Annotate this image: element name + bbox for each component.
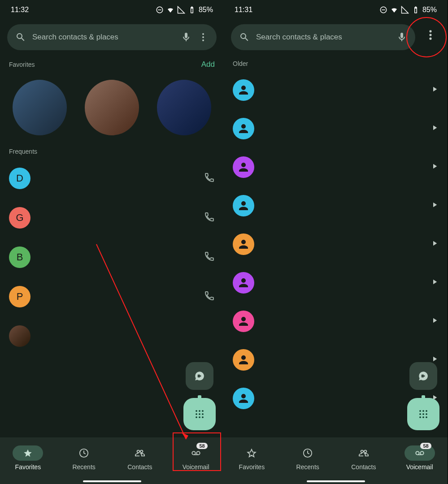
svg-point-2 bbox=[202, 39, 204, 41]
contact-avatar: B bbox=[9, 246, 30, 268]
star-outline-icon bbox=[247, 448, 257, 458]
battery-percent: 85% bbox=[422, 6, 437, 14]
contact-avatar bbox=[233, 118, 254, 139]
nav-recents[interactable]: Recents bbox=[292, 445, 323, 471]
nav-label: Recents bbox=[72, 463, 95, 471]
play-button[interactable] bbox=[431, 239, 439, 249]
contact-avatar bbox=[233, 79, 254, 101]
signal-icon bbox=[401, 6, 409, 14]
battery-percent: 85% bbox=[199, 6, 213, 14]
voicemail-row[interactable] bbox=[233, 148, 439, 186]
svg-point-23 bbox=[419, 416, 421, 418]
favorite-contact[interactable] bbox=[13, 80, 67, 135]
contact-avatar bbox=[9, 325, 30, 347]
voicemail-row[interactable] bbox=[233, 186, 439, 225]
nav-contacts[interactable]: Contacts bbox=[125, 445, 155, 471]
add-favorite-button[interactable]: Add bbox=[201, 60, 215, 69]
svg-point-25 bbox=[426, 416, 427, 418]
status-bar: 11:31 85% bbox=[224, 0, 448, 20]
status-icons: 85% bbox=[156, 6, 213, 14]
clock-icon bbox=[79, 448, 89, 458]
video-call-fab[interactable] bbox=[409, 362, 437, 390]
voicemail-row[interactable] bbox=[233, 302, 439, 341]
play-button[interactable] bbox=[431, 162, 439, 172]
dialpad-icon bbox=[193, 408, 206, 420]
call-button[interactable] bbox=[204, 212, 215, 224]
favorite-contact[interactable] bbox=[85, 80, 139, 135]
frequent-contact-row[interactable]: G bbox=[9, 198, 215, 238]
mic-icon[interactable] bbox=[396, 32, 407, 43]
nav-label: Contacts bbox=[127, 463, 152, 471]
frequent-contact-row[interactable]: D bbox=[9, 159, 215, 198]
wifi-icon bbox=[166, 6, 174, 14]
play-button[interactable] bbox=[431, 124, 439, 134]
svg-point-14 bbox=[429, 30, 431, 32]
frequent-contact-row[interactable]: P bbox=[9, 277, 215, 316]
search-icon bbox=[239, 32, 250, 43]
frequent-contact-row[interactable] bbox=[9, 316, 215, 356]
video-icon bbox=[418, 370, 429, 382]
video-call-fab[interactable] bbox=[186, 362, 213, 390]
svg-point-15 bbox=[429, 34, 431, 36]
play-button[interactable] bbox=[431, 85, 439, 95]
svg-point-11 bbox=[202, 416, 204, 418]
call-button[interactable] bbox=[204, 172, 215, 185]
battery-icon bbox=[188, 6, 196, 14]
battery-icon bbox=[412, 6, 420, 14]
gesture-handle[interactable] bbox=[83, 480, 141, 482]
contact-avatar bbox=[233, 349, 254, 371]
people-icon bbox=[359, 448, 369, 458]
svg-point-16 bbox=[429, 38, 431, 40]
voicemail-row[interactable] bbox=[233, 264, 439, 302]
status-bar: 11:32 85% bbox=[0, 0, 224, 20]
status-time: 11:32 bbox=[11, 6, 29, 14]
play-button[interactable] bbox=[431, 278, 439, 288]
nav-voicemail[interactable]: 58 Voicemail bbox=[181, 445, 211, 471]
nav-favorites[interactable]: Favorites bbox=[236, 445, 267, 471]
mic-icon[interactable] bbox=[181, 32, 191, 43]
voicemail-row[interactable] bbox=[233, 225, 439, 264]
svg-point-1 bbox=[202, 36, 204, 38]
favorite-contact[interactable] bbox=[157, 80, 211, 135]
nav-contacts[interactable]: Contacts bbox=[348, 445, 379, 471]
nav-label: Contacts bbox=[351, 463, 376, 471]
more-vert-icon[interactable] bbox=[198, 32, 209, 43]
dnd-icon bbox=[156, 6, 164, 14]
contact-avatar: D bbox=[9, 168, 30, 189]
voicemail-row[interactable] bbox=[233, 109, 439, 148]
voicemail-row[interactable] bbox=[233, 71, 439, 109]
dialpad-fab[interactable] bbox=[407, 398, 439, 430]
contact-avatar bbox=[233, 233, 254, 255]
frequent-contact-row[interactable]: B bbox=[9, 238, 215, 277]
play-button[interactable] bbox=[431, 201, 439, 211]
search-bar[interactable]: Search contacts & places bbox=[231, 24, 415, 50]
contact-avatar bbox=[233, 311, 254, 332]
dialpad-fab[interactable] bbox=[183, 398, 216, 430]
svg-point-21 bbox=[422, 413, 424, 415]
more-vert-icon bbox=[424, 29, 437, 41]
svg-point-8 bbox=[202, 413, 204, 415]
call-button[interactable] bbox=[204, 251, 215, 264]
voicemail-badge: 58 bbox=[196, 443, 207, 449]
svg-point-19 bbox=[426, 410, 427, 412]
contact-avatar bbox=[233, 156, 254, 178]
search-placeholder: Search contacts & places bbox=[32, 33, 174, 42]
contact-avatar: P bbox=[9, 286, 30, 307]
svg-point-7 bbox=[199, 413, 200, 415]
search-bar[interactable]: Search contacts & places bbox=[7, 24, 217, 50]
nav-recents[interactable]: Recents bbox=[69, 445, 99, 471]
play-button[interactable] bbox=[431, 316, 439, 326]
nav-voicemail[interactable]: 58 Voicemail bbox=[405, 445, 435, 471]
svg-point-17 bbox=[419, 410, 421, 412]
gesture-handle[interactable] bbox=[307, 480, 365, 482]
older-header: Older bbox=[224, 55, 448, 71]
overflow-menu-button[interactable] bbox=[424, 29, 437, 43]
svg-point-24 bbox=[422, 416, 424, 418]
call-button[interactable] bbox=[204, 290, 215, 303]
nav-favorites[interactable]: Favorites bbox=[13, 445, 43, 471]
contact-avatar bbox=[233, 272, 254, 294]
fab-stack bbox=[407, 362, 439, 430]
nav-label: Favorites bbox=[15, 463, 41, 471]
phone-screen-right: 11:31 85% Search contacts & places Older bbox=[224, 0, 448, 484]
favorites-row bbox=[0, 73, 224, 143]
